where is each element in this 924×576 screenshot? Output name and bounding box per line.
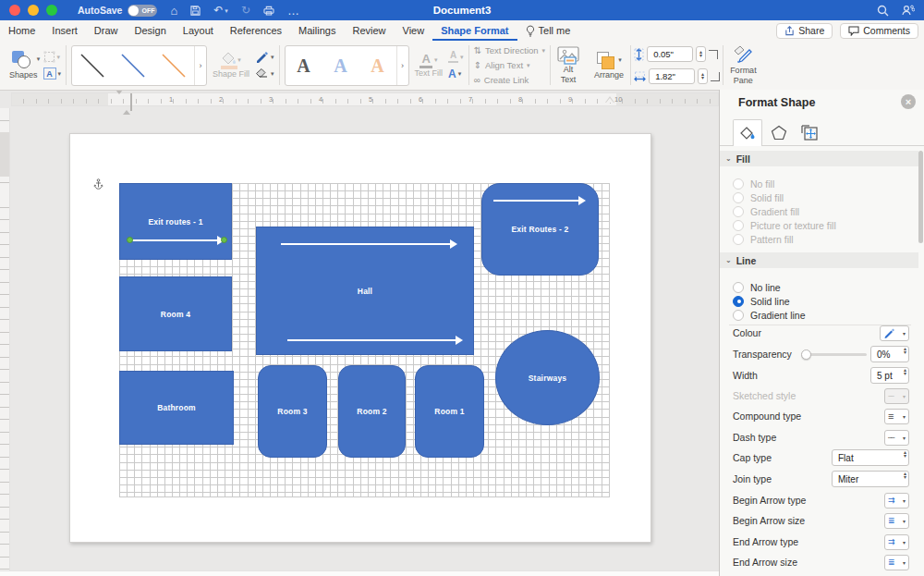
tab-home[interactable]: Home [0,20,43,41]
panel-scrollbar[interactable] [918,151,923,243]
arrow-exit-routes-1[interactable] [131,239,218,241]
wordart-style-gray[interactable]: A [286,46,322,85]
line-section-header[interactable]: ⌄ Line [720,252,918,268]
tab-shape-format[interactable]: Shape Format [432,20,517,41]
begin-arrow-size-dropdown[interactable]: ≣ ▾ [884,513,909,529]
right-indent-marker[interactable] [605,96,614,103]
cap-type-stepper[interactable]: ▴ ▾ [904,451,906,458]
tab-mailings[interactable]: Mailings [290,20,344,41]
panel-tab-effects[interactable] [764,119,794,145]
shape-room-1[interactable]: Room 1 [415,365,484,458]
sketched-style-dropdown[interactable]: ~~ ▾ [884,388,909,404]
redo-button[interactable]: ↻ [241,5,250,16]
shape-stairways[interactable]: Stairways [495,330,600,425]
shape-hall[interactable]: Hall [256,227,474,355]
line-option-gradient-line[interactable]: Gradient line [720,308,918,322]
share-button[interactable]: Share [776,23,833,39]
search-icon[interactable] [877,5,889,17]
line-option-no-line[interactable]: No line [720,280,918,294]
wordart-style-blue[interactable]: A [322,46,359,85]
horizontal-ruler[interactable]: 1 2 3 4 5 6 7 8 9 10 [11,92,719,106]
shape-style-line-orange[interactable] [153,46,194,85]
shape-exit-routes-1[interactable]: Exit routes - 1 [119,183,232,260]
begin-arrow-type-dropdown[interactable]: ⇉ ▾ [884,493,909,509]
panel-tab-fill-line[interactable] [733,119,762,146]
comments-button[interactable]: Comments [840,23,918,39]
line-width-input[interactable]: 5 pt ▴ ▾ [870,367,909,384]
shape-bathroom[interactable]: Bathroom [119,371,234,445]
shapes-button[interactable]: ▾ Shapes [6,48,42,81]
text-outline-button[interactable]: A ▾ [448,49,464,66]
edit-shape-button[interactable]: ▾ [43,49,62,66]
vertical-ruler[interactable] [0,108,10,570]
format-pane-button[interactable]: Format Pane [726,41,760,90]
cap-type-select[interactable]: Flat ▴ ▾ [832,449,909,466]
panel-close-button[interactable]: × [901,94,916,109]
more-commands-button[interactable]: … [287,5,300,17]
tab-view[interactable]: View [395,20,433,41]
share-presence-icon[interactable] [902,5,915,16]
shape-room-2[interactable]: Room 2 [338,365,406,458]
fill-section-header[interactable]: ⌄ Fill [720,151,918,166]
shape-width-input[interactable]: 1.82" [649,68,695,84]
home-icon[interactable]: ⌂ [170,5,177,17]
line-option-solid-line[interactable]: Solid line [720,294,918,308]
tab-review[interactable]: Review [344,20,394,41]
shape-height-input[interactable]: 0.05" [647,46,693,62]
shape-height-stepper[interactable]: ▴ ▾ [696,46,706,62]
eraser-button[interactable]: ▾ [255,66,274,82]
arrow-start-handle[interactable] [127,237,133,243]
tab-design[interactable]: Design [127,20,175,41]
shape-room-3[interactable]: Room 3 [258,365,327,458]
transparency-slider-knob[interactable] [801,349,811,360]
arrow-end-handle[interactable] [221,237,227,243]
tab-tell-me[interactable]: Tell me [517,20,579,41]
text-box-button[interactable]: A ▾ [43,66,62,82]
line-width-stepper[interactable]: ▴ ▾ [904,369,906,375]
end-arrow-type-dropdown[interactable]: ⇉ ▾ [884,534,909,550]
arrow-exit-routes-2[interactable] [493,200,579,202]
tab-references[interactable]: References [222,20,290,41]
close-window-button[interactable] [9,5,20,16]
transparency-input[interactable]: 0% ▴ ▾ [870,346,909,362]
compound-type-dropdown[interactable]: ≡ ▾ [884,409,909,424]
tab-layout[interactable]: Layout [175,20,222,41]
dash-type-dropdown[interactable]: ┄┄ ▾ [884,430,909,446]
shape-styles-more-button[interactable]: › [194,46,206,85]
arrow-hall-bottom[interactable] [287,339,456,341]
shape-fill-button[interactable]: ▾ Shape Fill [209,50,253,80]
autosave-toggle[interactable]: OFF [128,5,157,17]
arrow-hall-top[interactable] [281,243,451,245]
zoom-window-button[interactable] [46,5,57,16]
alt-text-button[interactable]: Alt Text [553,41,583,90]
tab-insert[interactable]: Insert [43,20,86,41]
arrange-button[interactable]: ▾ Arrange [590,41,627,90]
end-arrow-size-dropdown[interactable]: ≣ ▾ [884,555,909,570]
fill-option-pattern-fill[interactable]: Pattern fill [720,232,918,246]
align-text-button[interactable]: ⇕ Align Text ▾ [474,58,545,72]
wordart-style-orange[interactable]: A [359,46,396,85]
shape-style-line-black[interactable] [72,46,113,85]
undo-button[interactable]: ↶ ▾ [213,5,228,16]
text-effects-button[interactable]: A ▾ [448,66,464,82]
line-colour-button[interactable]: ▾ [880,325,909,341]
join-type-select[interactable]: Miter ▴ ▾ [832,471,909,487]
transparency-stepper[interactable]: ▴ ▾ [904,348,906,354]
tab-draw[interactable]: Draw [86,20,127,41]
shape-style-line-blue[interactable] [113,46,153,85]
fill-option-no-fill[interactable]: No fill [720,177,918,190]
panel-tab-layout-properties[interactable] [796,119,825,145]
join-type-stepper[interactable]: ▴ ▾ [904,472,906,479]
minimize-window-button[interactable] [28,5,39,16]
print-icon[interactable] [263,6,274,16]
transparency-slider[interactable] [802,353,867,356]
wordart-styles-more-button[interactable]: › [396,46,408,85]
left-indent-marker[interactable] [116,94,124,106]
document-page[interactable]: Exit routes - 1 Room 4 Bathroom Hall Exi… [69,133,651,543]
text-direction-button[interactable]: ⇅ Text Direction ▾ [474,43,545,57]
fill-option-solid-fill[interactable]: Solid fill [720,190,918,204]
shape-outline-button[interactable]: ▾ [255,49,274,66]
fill-option-picture-texture-fill[interactable]: Picture or texture fill [720,218,918,232]
create-link-button[interactable]: ∞ Create Link [474,73,545,87]
shape-room-4[interactable]: Room 4 [119,276,232,351]
